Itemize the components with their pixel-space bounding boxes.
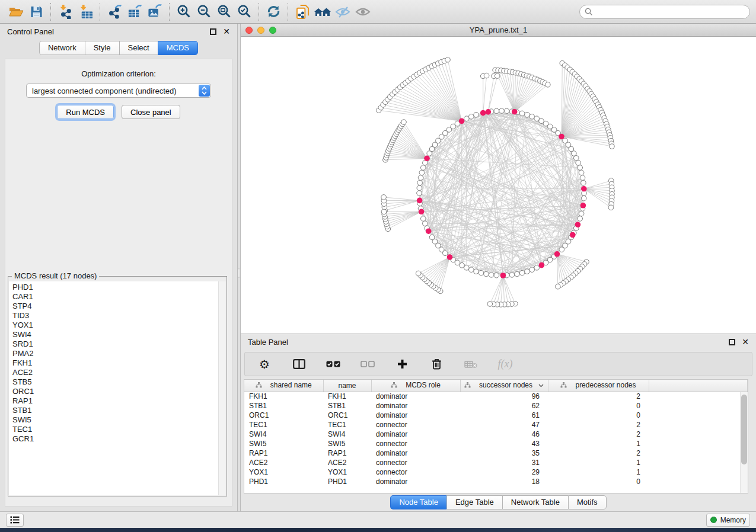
network-graph[interactable] [241,37,755,333]
zoom-out-button[interactable] [194,2,214,21]
add-column-button[interactable] [392,355,412,374]
eye-icon [355,5,371,19]
table-row[interactable]: SWI4SWI4dominator462 [244,430,748,439]
import-network-button[interactable] [55,2,75,21]
column-header-name[interactable]: name [323,380,371,392]
table-row[interactable]: ORC1ORC1dominator610 [244,411,748,420]
list-item[interactable]: FKH1 [12,358,218,368]
open-session-button[interactable] [6,2,26,21]
toolbar-separator [288,3,288,21]
open-folder-icon [8,5,24,19]
export-image-button[interactable] [145,2,165,21]
list-item[interactable]: RAP1 [12,396,218,406]
show-all-button[interactable] [353,2,373,21]
tab-node-table[interactable]: Node Table [390,495,446,509]
list-item[interactable]: PHD1 [12,283,218,292]
refresh-icon [266,4,281,19]
memory-button[interactable]: Memory [706,514,750,527]
list-item[interactable]: ACE2 [12,368,218,377]
search-field-wrap [579,5,750,19]
list-item[interactable]: SRD1 [12,339,218,349]
list-item[interactable]: SWI5 [12,415,218,425]
houses-icon [314,5,331,19]
export-table-button[interactable] [125,2,145,21]
close-panel-icon[interactable]: ✕ [223,28,230,35]
tab-style[interactable]: Style [85,41,119,55]
close-panel-button[interactable]: Close panel [122,105,180,119]
result-scrollbar[interactable] [218,281,226,495]
first-neighbors-button[interactable] [312,2,333,21]
task-list-icon [10,516,20,524]
tab-edge-table[interactable]: Edge Table [446,495,502,509]
table-scrollbar-thumb[interactable] [741,395,747,464]
function-builder-button[interactable]: f(x) [495,355,515,374]
tree-icon [464,382,471,390]
list-item[interactable]: TID3 [12,311,218,321]
table-row[interactable]: ACE2ACE2connector311 [244,458,748,467]
table-row[interactable]: YOX1YOX1connector291 [244,467,748,477]
zoom-in-icon [177,4,192,19]
zoom-selected-button[interactable] [234,2,254,21]
search-input[interactable] [579,5,750,19]
list-item[interactable]: SWI4 [12,330,218,339]
list-item[interactable]: ORC1 [12,387,218,396]
list-item[interactable]: STB5 [12,377,218,387]
import-table-button[interactable] [75,2,95,21]
tree-icon [256,382,262,390]
list-item[interactable]: STP4 [12,302,218,311]
select-all-button[interactable] [323,355,343,374]
criterion-dropdown[interactable]: largest connected component (undirected) [26,84,211,98]
table-settings-button[interactable]: ⚙ [254,355,275,374]
refresh-view-button[interactable] [263,2,283,21]
list-item[interactable]: STB1 [12,406,218,415]
show-columns-button[interactable] [289,355,309,374]
close-panel-icon[interactable]: ✕ [742,339,749,345]
control-panel-title: Control Panel [7,27,54,36]
table-row[interactable]: FKH1FKH1dominator962 [244,392,748,401]
list-item[interactable]: YOX1 [12,321,218,330]
table-row[interactable]: TEC1TEC1connector472 [244,420,748,430]
tab-mcds[interactable]: MCDS [158,41,198,55]
list-item[interactable]: PMA2 [12,349,218,358]
duplicate-network-button[interactable] [292,2,312,21]
float-panel-icon[interactable] [210,28,216,35]
column-header-shared-name[interactable]: shared name [244,380,323,392]
hide-selected-button[interactable] [333,2,353,21]
table-row[interactable]: SWI5SWI5connector431 [244,439,748,448]
run-mcds-button[interactable]: Run MCDS [57,105,114,119]
tab-motifs[interactable]: Motifs [568,495,607,509]
column-header-predecessor-nodes[interactable]: predecessor nodes [548,380,649,392]
list-item[interactable]: GCR1 [12,434,218,444]
splitter-grip[interactable] [238,268,240,278]
import-table-icon [78,4,93,19]
tab-network-table[interactable]: Network Table [502,495,568,509]
list-item[interactable]: TEC1 [12,425,218,434]
column-header-mcds-role[interactable]: MCDS role [371,380,460,392]
network-titlebar[interactable]: YPA_prune.txt_1 [241,24,756,37]
save-session-button[interactable] [26,2,46,21]
gear-icon: ⚙ [259,358,270,370]
delete-columns-button[interactable] [426,355,446,374]
table-row[interactable]: STB1STB1dominator620 [244,401,748,411]
column-header-successor-nodes[interactable]: successor nodes [460,380,548,392]
tree-icon [391,382,397,390]
delete-table-button[interactable] [461,355,481,374]
table-scrollbar[interactable] [740,392,748,493]
deselect-all-button[interactable] [358,355,378,374]
zoom-in-button[interactable] [174,2,194,21]
float-panel-icon[interactable] [729,339,735,345]
table-row[interactable]: PHD1PHD1dominator180 [244,477,748,486]
list-item[interactable]: CAR1 [12,292,218,302]
mcds-result-listbox[interactable]: PHD1CAR1STP4TID3YOX1SWI4SRD1PMA2FKH1ACE2… [9,281,226,495]
task-history-button[interactable] [6,514,24,527]
table-header-row: shared namenameMCDS rolesuccessor nodesp… [244,380,748,392]
plus-icon [397,359,407,369]
export-network-button[interactable] [104,2,125,21]
network-canvas[interactable] [241,37,756,334]
table-row[interactable]: RAP1RAP1dominator352 [244,448,748,458]
tab-network[interactable]: Network [39,41,85,55]
export-image-icon [147,4,162,19]
tab-select[interactable]: Select [119,41,158,55]
zoom-fit-button[interactable] [214,2,234,21]
table-body: FKH1FKH1dominator962STB1STB1dominator620… [244,392,748,486]
